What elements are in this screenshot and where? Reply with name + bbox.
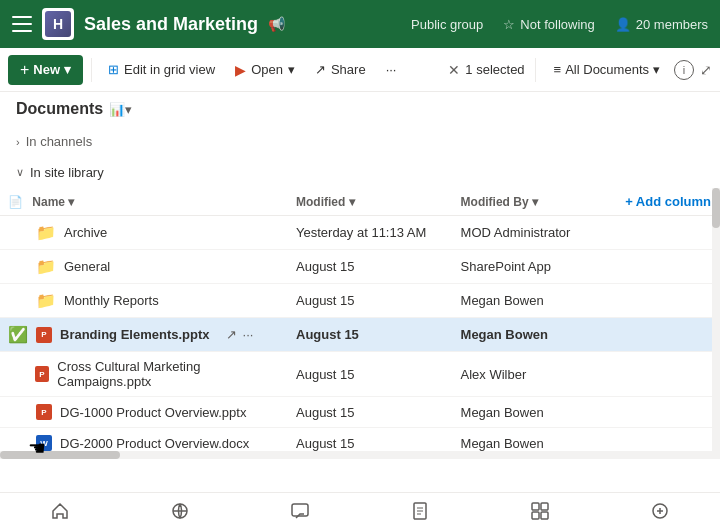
tree-in-site-library: ∨ In site library	[0, 157, 720, 188]
not-following-badge[interactable]: ☆ Not following	[503, 17, 594, 32]
star-icon: ☆	[503, 17, 515, 32]
file-name-cell: ✅PBranding Elements.pptx ↗ ···	[0, 318, 288, 352]
docs-header: Documents 📊▾	[0, 92, 720, 126]
horizontal-scrollbar[interactable]	[0, 451, 712, 459]
col-header-modified[interactable]: Modified ▾	[288, 188, 453, 216]
header-right: Public group ☆ Not following 👤 20 member…	[411, 17, 708, 32]
nav-chat[interactable]	[280, 493, 320, 529]
members-label: 20 members	[636, 17, 708, 32]
nav-apps[interactable]	[520, 493, 560, 529]
info-icon[interactable]: i	[674, 60, 694, 80]
public-group-label: Public group	[411, 17, 483, 32]
file-name[interactable]: DG-2000 Product Overview.docx	[60, 436, 249, 451]
share-row-icon[interactable]: ↗	[226, 327, 237, 342]
share-button[interactable]: ↗ Share	[307, 57, 374, 82]
file-modified: August 15	[296, 293, 355, 308]
nav-home[interactable]	[40, 493, 80, 529]
file-modified-by: Megan Bowen	[461, 405, 544, 420]
file-modified: August 15	[296, 327, 359, 342]
table-row[interactable]: PDG-1000 Product Overview.pptxAugust 15M…	[0, 397, 720, 428]
more-row-icon[interactable]: ···	[243, 327, 254, 342]
scroll-thumb-vertical[interactable]	[712, 188, 720, 228]
selected-count: 1 selected	[465, 62, 524, 77]
file-modified-by-cell: MOD Administrator	[453, 216, 618, 250]
svg-rect-6	[541, 512, 548, 519]
file-name-cell: PCross Cultural Marketing Campaigns.pptx	[0, 352, 288, 397]
chevron-down-section-icon: ∨	[16, 166, 24, 179]
table-row[interactable]: PCross Cultural Marketing Campaigns.pptx…	[0, 352, 720, 397]
toolbar-right: ✕ 1 selected ≡ All Documents ▾ i ⤢	[448, 57, 712, 82]
col-header-name[interactable]: 📄 Name ▾	[0, 188, 288, 216]
nav-add[interactable]	[640, 493, 680, 529]
table-row[interactable]: ✅PBranding Elements.pptx ↗ ··· August 15…	[0, 318, 720, 352]
plus-icon: +	[20, 61, 29, 79]
file-name[interactable]: General	[64, 259, 110, 274]
file-modified-by-cell: Megan Bowen	[453, 397, 618, 428]
in-channels-section[interactable]: › In channels	[16, 130, 704, 153]
expand-icon[interactable]: ⤢	[700, 62, 712, 78]
app-logo[interactable]: H	[42, 8, 74, 40]
file-name[interactable]: Branding Elements.pptx	[60, 327, 210, 342]
clear-selection-icon[interactable]: ✕	[448, 62, 460, 78]
nav-document[interactable]	[400, 493, 440, 529]
file-name[interactable]: Monthly Reports	[64, 293, 159, 308]
more-button[interactable]: ···	[378, 57, 405, 82]
docx-icon: W	[36, 435, 52, 451]
view-switcher-icon[interactable]: 📊▾	[109, 102, 132, 117]
all-docs-chevron-icon: ▾	[653, 62, 660, 77]
new-label: New	[33, 62, 60, 77]
all-documents-label: All Documents	[565, 62, 649, 77]
file-modified-by-cell: Megan Bowen	[453, 284, 618, 318]
file-modified-by-cell: Alex Wilber	[453, 352, 618, 397]
file-modified-by: Alex Wilber	[461, 367, 527, 382]
toolbar-divider	[91, 58, 92, 82]
col-header-modifiedby[interactable]: Modified By ▾	[453, 188, 618, 216]
file-name[interactable]: Archive	[64, 225, 107, 240]
vertical-scrollbar[interactable]	[712, 188, 720, 459]
table-header-row: 📄 Name ▾ Modified ▾ Modified By ▾ + Add …	[0, 188, 720, 216]
file-modified-by-cell: SharePoint App	[453, 250, 618, 284]
doc-file-icon: 📄	[8, 195, 23, 209]
col-header-add[interactable]: + Add column	[617, 188, 720, 216]
add-column-button[interactable]: + Add column	[625, 194, 712, 209]
table-row[interactable]: 📁GeneralAugust 15SharePoint App	[0, 250, 720, 284]
row-checkmark-icon: ✅	[8, 325, 28, 344]
svg-rect-4	[541, 503, 548, 510]
open-icon: ▶	[235, 62, 246, 78]
public-group-badge[interactable]: Public group	[411, 17, 483, 32]
chevron-down-icon: ▾	[64, 62, 71, 77]
file-extra-cell	[617, 397, 720, 428]
file-name-cell: 📁Monthly Reports	[0, 284, 288, 318]
new-button[interactable]: + New ▾	[8, 55, 83, 85]
scroll-thumb-horizontal[interactable]	[0, 451, 120, 459]
open-button[interactable]: ▶ Open ▾	[227, 57, 303, 83]
hamburger-menu-icon[interactable]	[12, 16, 32, 32]
open-label: Open	[251, 62, 283, 77]
share-icon: ↗	[315, 62, 326, 77]
all-documents-button[interactable]: ≡ All Documents ▾	[546, 57, 668, 82]
file-modified-by: MOD Administrator	[461, 225, 571, 240]
edit-grid-label: Edit in grid view	[124, 62, 215, 77]
pptx-icon: P	[36, 404, 52, 420]
file-extra-cell	[617, 284, 720, 318]
file-name-cell: PDG-1000 Product Overview.pptx	[0, 397, 288, 428]
edit-grid-button[interactable]: ⊞ Edit in grid view	[100, 57, 223, 82]
table-row[interactable]: 📁ArchiveYesterday at 11:13 AMMOD Adminis…	[0, 216, 720, 250]
table-row[interactable]: 📁Monthly ReportsAugust 15Megan Bowen	[0, 284, 720, 318]
settings-icon[interactable]: 📢	[268, 16, 285, 32]
app-header: H Sales and Marketing 📢 Public group ☆ N…	[0, 0, 720, 48]
chevron-right-icon: ›	[16, 136, 20, 148]
pptx-icon: P	[36, 327, 52, 343]
file-name[interactable]: Cross Cultural Marketing Campaigns.pptx	[57, 359, 280, 389]
file-name[interactable]: DG-1000 Product Overview.pptx	[60, 405, 246, 420]
in-site-library-section[interactable]: ∨ In site library	[16, 161, 704, 184]
file-modified-cell: August 15	[288, 397, 453, 428]
nav-globe[interactable]	[160, 493, 200, 529]
members-badge[interactable]: 👤 20 members	[615, 17, 708, 32]
file-modified-by: SharePoint App	[461, 259, 551, 274]
toolbar: + New ▾ ⊞ Edit in grid view ▶ Open ▾ ↗ S…	[0, 48, 720, 92]
folder-icon: 📁	[36, 223, 56, 242]
file-modified: August 15	[296, 405, 355, 420]
file-extra-cell	[617, 318, 720, 352]
file-modified-cell: Yesterday at 11:13 AM	[288, 216, 453, 250]
